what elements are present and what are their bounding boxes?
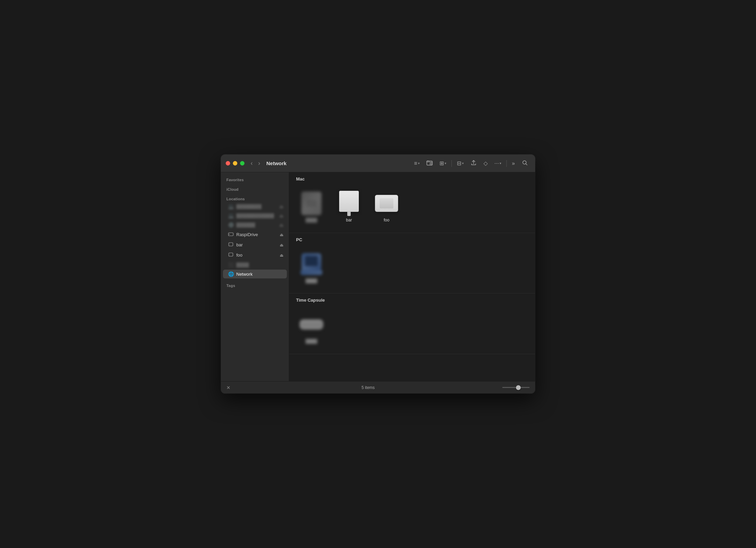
list-view-button[interactable]: ≡ ▾: [411, 159, 422, 168]
more-chevron: ▾: [500, 161, 501, 165]
minimize-button[interactable]: [233, 161, 237, 165]
mac-old-icon-wrapper: [299, 191, 324, 216]
mac-item-foo[interactable]: foo: [371, 188, 402, 226]
eject-icon-1[interactable]: ⏏: [279, 204, 283, 209]
imac-g3-screen: [305, 256, 318, 266]
svg-point-4: [229, 234, 230, 235]
pc-header: PC: [289, 233, 535, 246]
mac-mini-icon: [375, 195, 398, 212]
mac-item-blurred[interactable]: ████: [296, 188, 327, 226]
imac-g3-base: [300, 270, 322, 275]
list-view-icon: ≡: [414, 160, 417, 167]
sidebar-item-bar[interactable]: bar ⏏: [223, 240, 287, 250]
icon-view-button[interactable]: ⊞ ▾: [437, 158, 449, 168]
icon-view-chevron: ▾: [445, 161, 446, 165]
sidebar-item-blurred2[interactable]: 💿 ██████ ⏏: [223, 220, 287, 229]
foo-file-label: foo: [384, 218, 390, 223]
search-button[interactable]: [519, 158, 530, 169]
grill-hole: [314, 200, 316, 202]
bar-drive-icon: [228, 242, 234, 248]
maximize-button[interactable]: [240, 161, 244, 165]
statusbar-close-button[interactable]: ✕: [226, 385, 230, 390]
forward-button[interactable]: ›: [256, 159, 262, 168]
sidebar: Favorites iCloud Locations 💻 ████████ ⏏ …: [221, 172, 289, 381]
grill-hole: [307, 200, 309, 202]
grill-pattern: [307, 200, 316, 206]
share-button[interactable]: [468, 158, 479, 169]
mac-section: Mac: [289, 172, 535, 233]
eject-foo[interactable]: ⏏: [280, 253, 283, 258]
content-area: Mac: [289, 172, 535, 381]
grill-hole: [310, 203, 311, 204]
icloud-header: iCloud: [221, 185, 289, 192]
tag-button[interactable]: ◇: [481, 158, 490, 168]
close-button[interactable]: [226, 161, 230, 165]
bar-label: bar: [236, 242, 277, 247]
new-folder-icon: [426, 160, 433, 167]
foo-drive-icon: [228, 252, 234, 258]
pc-label: ████: [306, 278, 317, 284]
zoom-thumb[interactable]: [516, 385, 521, 390]
favorites-header: Favorites: [221, 176, 289, 183]
pc-icon-wrapper: [299, 252, 324, 276]
imac-g3-body: [302, 253, 321, 270]
new-folder-button[interactable]: [424, 158, 435, 169]
pc-section: PC ████: [289, 233, 535, 294]
list-view-chevron: ▾: [418, 161, 420, 165]
pc-item[interactable]: ████: [296, 249, 327, 287]
toolbar-icons: ≡ ▾ ⊞ ▾ ⊟: [411, 158, 530, 169]
eject-icon-3[interactable]: ⏏: [279, 222, 283, 228]
tag-icon: ◇: [484, 160, 488, 167]
mac-pro-stand-bar: [347, 212, 351, 216]
tags-header: Tags: [221, 282, 289, 288]
macintosh-icon: 💻: [228, 213, 234, 218]
grill-hole: [314, 203, 316, 204]
laptop-icon: 💻: [228, 204, 234, 209]
group-icon: ⊟: [457, 160, 461, 167]
traffic-lights: [226, 161, 244, 165]
sidebar-item-blurred3[interactable]: ⬛ ████: [223, 260, 287, 269]
time-capsule-item[interactable]: ████: [296, 309, 327, 347]
grill-hole: [307, 203, 309, 204]
svg-rect-6: [229, 253, 233, 256]
items-count: 5 items: [234, 385, 502, 390]
sidebar-item-macintosh[interactable]: 💻 ████████████ ⏏: [223, 211, 287, 220]
sidebar-item-blurred1[interactable]: 💻 ████████ ⏏: [223, 202, 287, 211]
more-button[interactable]: ··· ▾: [492, 159, 504, 168]
grill-hole: [312, 200, 313, 202]
bar-file-label: bar: [346, 218, 352, 223]
grill-hole: [307, 205, 309, 206]
search-icon: [522, 160, 528, 167]
drive-icon: 💿: [228, 222, 234, 228]
separator-2: [506, 160, 507, 167]
zoom-slider[interactable]: [502, 387, 530, 388]
grill-hole: [312, 205, 313, 206]
sidebar-item-foo[interactable]: foo ⏏: [223, 250, 287, 260]
sidebar-item-network[interactable]: 🌐 Network: [223, 270, 287, 278]
raspidrive-label: RaspiDrive: [236, 232, 277, 237]
zoom-control: [502, 387, 530, 388]
group-button[interactable]: ⊟ ▾: [454, 158, 466, 168]
statusbar: ✕ 5 items: [221, 381, 535, 393]
main-area: Favorites iCloud Locations 💻 ████████ ⏏ …: [221, 172, 535, 381]
tc-label: ████: [306, 339, 317, 344]
mac-item-bar[interactable]: bar: [334, 188, 364, 226]
extend-button[interactable]: »: [509, 159, 517, 168]
separator-1: [451, 160, 452, 167]
eject-raspidrive[interactable]: ⏏: [280, 232, 283, 237]
time-capsule-header: Time Capsule: [289, 293, 535, 306]
mac-header: Mac: [289, 172, 535, 185]
network-label: Network: [236, 272, 283, 277]
grill-hole: [314, 205, 316, 206]
time-capsule-icon: [299, 319, 323, 330]
mac-old-label: ████: [306, 218, 317, 223]
mac-items: ████ bar: [289, 185, 535, 233]
back-button[interactable]: ‹: [249, 159, 255, 168]
eject-icon-2[interactable]: ⏏: [279, 213, 283, 218]
eject-bar[interactable]: ⏏: [280, 243, 283, 247]
grill-hole: [312, 203, 313, 204]
extend-icon: »: [512, 160, 515, 167]
locations-header: Locations: [221, 195, 289, 202]
sidebar-item-raspidrive[interactable]: RaspiDrive ⏏: [223, 230, 287, 240]
window-title: Network: [266, 160, 286, 166]
